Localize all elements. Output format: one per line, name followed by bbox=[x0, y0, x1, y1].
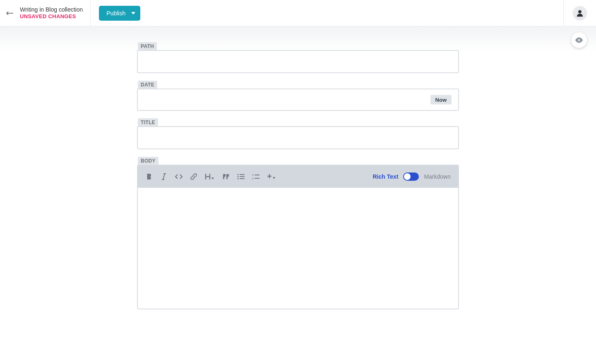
markdown-mode-label[interactable]: Markdown bbox=[424, 173, 451, 180]
now-button[interactable]: Now bbox=[430, 95, 452, 105]
heading-button[interactable] bbox=[205, 173, 215, 180]
breadcrumb-title: Writing in Blog collection bbox=[20, 6, 83, 13]
list-ul-icon bbox=[237, 174, 245, 180]
date-input-wrap: Now bbox=[137, 89, 459, 111]
add-component-button[interactable] bbox=[267, 173, 276, 180]
link-icon bbox=[190, 173, 197, 180]
list-ol-icon: 1 2 bbox=[252, 174, 260, 180]
svg-point-11 bbox=[237, 174, 238, 175]
link-button[interactable] bbox=[190, 173, 197, 180]
date-label: DATE bbox=[138, 81, 157, 89]
title-field-group: TITLE bbox=[137, 118, 459, 149]
path-label: PATH bbox=[138, 42, 157, 50]
arrow-left-icon bbox=[6, 11, 14, 16]
title-input[interactable] bbox=[137, 126, 459, 149]
header-left: Writing in Blog collection UNSAVED CHANG… bbox=[0, 0, 91, 26]
richtext-mode-label[interactable]: Rich Text bbox=[372, 173, 398, 180]
heading-icon bbox=[205, 173, 215, 180]
user-avatar[interactable] bbox=[573, 6, 587, 20]
svg-text:2: 2 bbox=[252, 177, 254, 180]
toggle-knob bbox=[404, 173, 411, 180]
back-button[interactable] bbox=[0, 11, 20, 16]
bold-icon bbox=[146, 173, 152, 180]
path-field-group: PATH bbox=[137, 42, 459, 73]
code-button[interactable] bbox=[175, 173, 183, 180]
title-label: TITLE bbox=[138, 118, 158, 126]
svg-marker-10 bbox=[211, 177, 214, 180]
editor-header: Writing in Blog collection UNSAVED CHANG… bbox=[0, 0, 596, 26]
svg-point-13 bbox=[237, 178, 238, 179]
svg-marker-1 bbox=[131, 12, 135, 14]
quote-icon bbox=[223, 174, 229, 180]
italic-button[interactable] bbox=[160, 173, 168, 180]
editor-box bbox=[137, 188, 459, 309]
svg-point-2 bbox=[578, 10, 582, 13]
date-field-group: DATE Now bbox=[137, 81, 459, 111]
publish-button[interactable]: Publish bbox=[99, 6, 140, 21]
plus-icon bbox=[267, 174, 276, 180]
unsaved-changes-label: UNSAVED CHANGES bbox=[20, 13, 83, 20]
svg-marker-23 bbox=[273, 177, 275, 179]
content-area: PATH DATE Now TITLE BODY bbox=[0, 26, 596, 364]
form-column: PATH DATE Now TITLE BODY bbox=[137, 42, 459, 309]
code-icon bbox=[175, 174, 183, 180]
mode-toggle[interactable] bbox=[403, 172, 419, 181]
publish-button-label: Publish bbox=[106, 10, 125, 17]
italic-icon bbox=[161, 173, 167, 180]
svg-point-12 bbox=[237, 176, 238, 177]
caret-down-icon bbox=[131, 12, 135, 14]
breadcrumb: Writing in Blog collection UNSAVED CHANG… bbox=[20, 6, 83, 20]
body-field-group: BODY bbox=[137, 157, 459, 309]
eye-icon bbox=[574, 36, 584, 45]
bold-button[interactable] bbox=[145, 173, 153, 180]
preview-toggle-button[interactable] bbox=[571, 32, 587, 48]
toolbar-icons: 1 2 bbox=[145, 173, 276, 180]
header-right bbox=[563, 0, 596, 26]
quote-button[interactable] bbox=[222, 173, 230, 180]
numbered-list-button[interactable]: 1 2 bbox=[252, 173, 260, 180]
body-editor[interactable] bbox=[138, 188, 458, 309]
editor-toolbar: 1 2 Rich bbox=[137, 165, 459, 188]
editor-mode-switch: Rich Text Markdown bbox=[372, 172, 451, 181]
svg-text:1: 1 bbox=[252, 174, 254, 176]
path-input[interactable] bbox=[137, 50, 459, 73]
svg-point-3 bbox=[578, 39, 580, 41]
svg-line-6 bbox=[163, 174, 165, 180]
person-icon bbox=[575, 9, 584, 18]
bulleted-list-button[interactable] bbox=[237, 173, 245, 180]
body-label: BODY bbox=[138, 157, 159, 165]
date-input[interactable] bbox=[137, 89, 459, 111]
